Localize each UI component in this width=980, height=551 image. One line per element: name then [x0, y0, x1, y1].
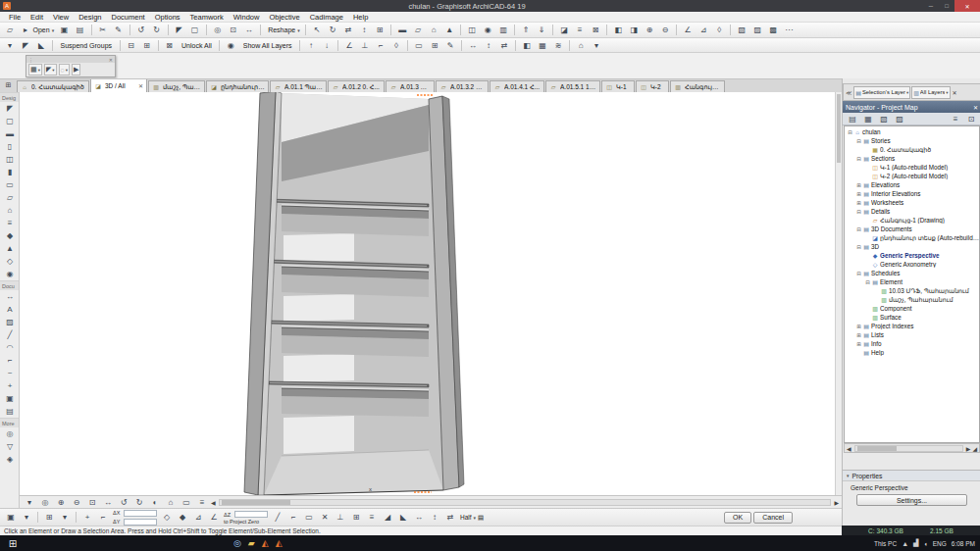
snap-button[interactable]: ⊞	[349, 511, 364, 524]
toolbar-button[interactable]: ▩	[766, 24, 781, 36]
toolbar-button[interactable]: ⊖	[658, 24, 673, 36]
toolbox-tool[interactable]: ▲	[0, 242, 20, 255]
toolbar-button[interactable]: ⇑	[519, 24, 534, 36]
tree-item[interactable]: ▥10.03 ՄԴՖ, Պահարանում	[845, 286, 979, 295]
maximize-button[interactable]: □	[939, 0, 954, 12]
toolbar-button[interactable]: ▧	[735, 24, 749, 36]
toolbar-button[interactable]: ◣	[34, 39, 49, 52]
snap-button[interactable]: ≡	[365, 511, 380, 524]
taskbar-app-icon[interactable]: ▰	[248, 538, 255, 548]
toolbar-button[interactable]	[676, 25, 677, 35]
all-layers-dropdown[interactable]: ▥ All Layers ▾	[911, 86, 950, 99]
view-tab[interactable]: ▱A.01.1 Պահ...	[270, 80, 327, 92]
snap-button[interactable]: ✕	[318, 511, 333, 524]
start-button[interactable]: ⊞	[0, 535, 26, 551]
toolbar-button[interactable]: ◉	[481, 24, 495, 36]
menu-item[interactable]: Document	[107, 13, 150, 22]
view-tab[interactable]: ◫Կ-2	[636, 80, 669, 92]
toolbar-button[interactable]: ⊟	[124, 39, 138, 52]
snap-button[interactable]: ╱	[271, 511, 285, 524]
toolbar-button[interactable]: ▾	[3, 39, 18, 52]
toolbar-button[interactable]: ∠	[681, 24, 696, 36]
expand-collapse-icon[interactable]: ⊟	[855, 209, 862, 215]
tracker-button[interactable]: ▾	[58, 511, 73, 524]
menu-item[interactable]: Teamwork	[185, 13, 229, 22]
toolbox-tool[interactable]: ◎	[0, 427, 20, 440]
tracker-button[interactable]: ⌐	[96, 511, 111, 524]
view-tab[interactable]: ▱A.01.5.1 10...	[545, 80, 600, 92]
toolbox-tool[interactable]: ◠	[0, 341, 20, 354]
toolbar-button[interactable]: Unlock All	[178, 39, 216, 52]
toolbox-tool[interactable]: ▨	[0, 316, 20, 328]
toolbox-tool[interactable]: ◇	[0, 255, 20, 268]
tree-item[interactable]: ⊟▤Stories	[845, 136, 979, 145]
canvas-nav-button[interactable]: ↻	[132, 497, 147, 508]
toolbar-button[interactable]	[52, 40, 53, 51]
navigator-mode-button[interactable]: ⊡	[964, 114, 979, 125]
toolbar-button[interactable]: ◉	[224, 39, 238, 52]
view-tab[interactable]: ⌂0. Հատակագիծ	[17, 80, 89, 92]
toolbar-button[interactable]: ◧	[520, 39, 535, 52]
toolbar-button[interactable]: ↓	[320, 39, 335, 52]
view-tab[interactable]: ▥Հանգույց-1	[670, 80, 725, 92]
scroll-right-icon[interactable]: ▶	[965, 445, 972, 452]
language-indicator[interactable]: ENG	[933, 540, 947, 547]
tree-item[interactable]: ◫Կ-2 (Auto-rebuild Model)	[845, 172, 979, 180]
hscroll-right-icon[interactable]: ▶	[833, 499, 840, 506]
canvas-nav-button[interactable]: ↺	[117, 497, 131, 508]
tracker-button[interactable]: +	[80, 511, 95, 524]
toolbar-button[interactable]: ◪	[557, 24, 572, 36]
tree-item[interactable]: ▱Հանգույց-1 (Drawing)	[845, 216, 979, 225]
tree-item[interactable]: ⊞▤Project Indexes	[845, 322, 979, 330]
toolbar-button[interactable]: ⊠	[589, 24, 603, 36]
navigator-mode-button[interactable]: ▧	[877, 114, 892, 125]
taskbar-app-icon[interactable]: ◎	[233, 538, 241, 548]
toolbox-tool[interactable]: ▱	[0, 191, 20, 204]
toolbox-tool[interactable]: ⌂	[0, 204, 20, 217]
settings-button[interactable]: Settings...	[856, 494, 967, 506]
tree-item[interactable]: ▥Surface	[845, 313, 979, 322]
toolbar-button[interactable]	[206, 25, 207, 35]
toolbar-button[interactable]: ↕	[482, 39, 496, 52]
toolbar-button[interactable]	[461, 40, 462, 51]
tab-overview-button[interactable]: ⊞	[2, 79, 15, 91]
toolbar-button[interactable]: ↖	[310, 24, 325, 36]
toolbar-button[interactable]	[337, 40, 338, 51]
canvas-nav-button[interactable]: ⊖	[70, 497, 84, 508]
toolbar-button[interactable]	[407, 40, 408, 51]
toolbar-button[interactable]: ⇓	[535, 24, 549, 36]
navigator-mode-button[interactable]: ▦	[861, 114, 876, 125]
toolbar-button[interactable]	[91, 25, 92, 35]
expand-collapse-icon[interactable]: ⊞	[855, 200, 862, 206]
snap-button[interactable]: ⊥	[334, 511, 348, 524]
tree-item[interactable]: ⊟⌂chulan	[845, 127, 979, 136]
selection-layer-dropdown[interactable]: ▤ Selection's Layer ▾	[853, 86, 910, 99]
toolbar-button[interactable]: ✎	[443, 39, 458, 52]
toolbar-button[interactable]: ▨	[750, 24, 765, 36]
canvas-nav-button[interactable]: ◎	[38, 497, 53, 508]
toolbox-tool[interactable]: ▢	[0, 115, 20, 127]
toolbar-button[interactable]: ◨	[627, 24, 642, 36]
toolbox-tool[interactable]: ╱	[0, 328, 20, 341]
toolbar-button[interactable]	[168, 25, 169, 35]
expand-collapse-icon[interactable]: ⊞	[855, 324, 862, 329]
toolbar-button[interactable]	[158, 40, 159, 51]
clock[interactable]: 6:08 PM	[952, 540, 975, 547]
tree-item[interactable]: ▤Help	[845, 348, 979, 357]
toolbar-button[interactable]: ◊	[389, 39, 404, 52]
tree-scrollbar[interactable]: ◀ ▶ ◢	[844, 443, 980, 453]
geometry-method-button[interactable]: ◆	[176, 511, 190, 524]
tree-item[interactable]: ⊞▤Lists	[845, 330, 979, 339]
tree-hscroll-track[interactable]	[854, 445, 963, 452]
select-palette-button[interactable]: ▶	[72, 64, 80, 75]
tree-item[interactable]: ⊟▤Schedules	[845, 269, 979, 277]
canvas-nav-button[interactable]: ⊕	[54, 497, 69, 508]
view-tab[interactable]: ◫Կ-1	[601, 80, 635, 92]
toolbox-tool[interactable]: ▬	[0, 127, 20, 140]
ok-button[interactable]: OK	[724, 512, 751, 524]
resize-grip-icon[interactable]: ◢	[971, 445, 978, 452]
canvas-nav-button[interactable]: ≡	[195, 497, 210, 508]
toolbox-tool[interactable]: ≡	[0, 217, 20, 229]
navigator-close-icon[interactable]: ✕	[973, 104, 978, 111]
toolbar-button[interactable]	[120, 40, 121, 51]
